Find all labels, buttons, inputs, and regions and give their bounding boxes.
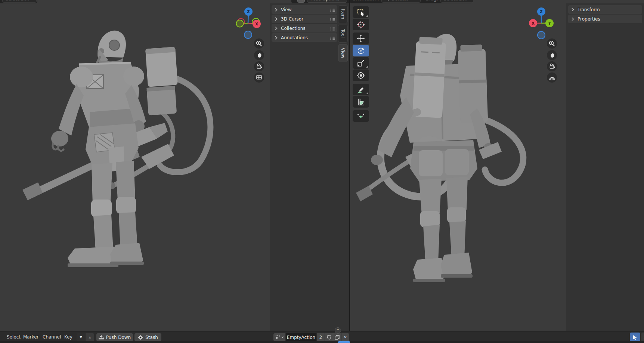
playhead-marker[interactable] [338,341,350,343]
layer-down-button[interactable]: ▼ [77,333,85,341]
menu-select[interactable]: Select [5,333,22,341]
push-down-label: Push Down [106,335,131,340]
zoom-icon [256,40,262,47]
action-users-button[interactable]: 2 [317,333,325,341]
gizmo-y-label: Y [548,21,551,25]
viewport-right-header: Orientation: Default Drag: Select Box [350,0,473,3]
editor-divider[interactable] [349,0,350,331]
transform-tool-button[interactable] [353,69,369,81]
zoom-button[interactable] [254,38,264,49]
perspective-grid-icon [549,75,555,81]
pan-hand-icon [549,52,555,58]
action-users-count: 2 [319,335,322,340]
scale-tool-button[interactable] [353,57,369,69]
camera-view-button[interactable] [254,61,264,71]
subtool-indicator-icon [366,15,368,17]
panel-3d-cursor[interactable]: 3D Cursor [272,15,337,23]
drag-tool-value: Select Box [444,0,467,1]
pan-button[interactable] [254,50,264,60]
panel-properties-label: Properties [578,16,600,22]
measure-tool-button[interactable] [353,96,369,108]
action-icon [275,335,280,340]
panel-transform-label: Transform [578,7,600,12]
triangle-down-icon: ▼ [80,336,82,339]
unlink-action-button[interactable]: ✕ [341,333,349,341]
panel-collections[interactable]: Collections [272,24,337,33]
chevron-right-icon [275,17,278,21]
tab-item[interactable]: Item [338,5,348,23]
sidebar-right [566,3,644,331]
active-tool-dropdown[interactable]: Select Box [2,0,37,3]
chevron-right-icon [275,36,278,40]
cursor-arrow-icon [632,335,638,340]
tab-view[interactable]: View [338,44,348,62]
orientation-value: Default [391,0,408,1]
push-down-icon [99,335,104,340]
panel-annotations[interactable]: Annotations [272,33,337,42]
gizmo-minus-z-axis[interactable] [244,31,252,38]
panel-annotations-label: Annotations [281,35,308,40]
orientation-dropdown[interactable]: Default [381,0,421,3]
scale-icon [357,59,365,67]
gizmo-x-label: X [532,21,535,25]
region-expand-button[interactable]: ^ [335,327,341,334]
annotate-icon [357,86,365,94]
gizmo-z-label: Z [540,10,542,14]
orthographic-grid-icon [256,75,262,81]
drag-grip-icon[interactable] [330,36,335,41]
tab-tool[interactable]: Tool [338,25,348,43]
zoom-icon [549,40,555,47]
drag-grip-icon[interactable] [330,27,335,32]
mirror-x-toggle[interactable]: X [297,0,305,3]
new-action-button[interactable] [333,333,341,341]
curve-pen-icon [357,112,365,120]
menu-channel[interactable]: Channel [41,333,62,341]
select-box-tool-button[interactable] [353,6,369,18]
pose-options-dropdown[interactable]: Pose Options [307,0,347,3]
subtool-indicator-icon [366,92,368,94]
drag-grip-icon[interactable] [330,8,335,13]
gizmo-minus-z-axis[interactable] [538,31,545,39]
viewport-3d-back[interactable]: Orientation: Default Drag: Select Box [350,0,644,331]
panel-view[interactable]: View [272,5,337,14]
chevron-right-icon [571,8,574,12]
layer-up-button[interactable]: ▲ [86,333,94,341]
curve-pen-tool-button[interactable] [353,110,369,122]
drag-grip-icon[interactable] [330,17,335,22]
active-tool-label: Select Box [6,0,29,1]
viewport-3d-front[interactable]: Select Box X Pose Options [0,0,349,331]
rotate-icon [357,47,365,55]
zoom-button[interactable] [547,38,557,49]
select-box-icon [357,8,365,16]
menu-key[interactable]: Key [63,333,74,341]
fake-user-button[interactable] [325,333,333,341]
annotate-tool-button[interactable] [353,84,369,95]
action-name-field[interactable]: EmptyAction [286,333,316,341]
chevron-right-icon [571,17,574,21]
panel-transform[interactable]: Transform [568,5,642,14]
triangle-up-icon: ▲ [89,336,91,339]
cursor-tool-button[interactable] [353,19,369,30]
stash-button[interactable]: Stash [134,333,161,341]
proportional-editing-icon[interactable] [294,0,295,1]
chevron-up-icon: ^ [336,329,339,332]
view-axis-gizmo[interactable]: Z X [235,7,265,41]
action-browse-button[interactable] [273,333,285,341]
close-icon: ✕ [344,335,347,339]
projection-toggle-button[interactable] [547,72,557,83]
drag-tool-dropdown[interactable]: Select Box [440,0,473,3]
gizmo-x-label: X [255,22,258,26]
camera-view-button[interactable] [547,61,557,71]
move-tool-button[interactable] [353,33,369,44]
sidebar-left [270,3,349,331]
pan-button[interactable] [547,50,557,60]
push-down-button[interactable]: Push Down [96,333,133,341]
pose-options-header: X Pose Options [291,0,349,3]
viewport-left-header: Select Box [0,0,52,3]
move-icon [357,34,365,43]
menu-marker[interactable]: Marker [22,333,40,341]
projection-toggle-button[interactable] [254,72,264,83]
rotate-tool-button[interactable] [353,45,369,56]
panel-properties[interactable]: Properties [568,15,642,23]
view-axis-gizmo[interactable]: Z X Y [528,7,558,41]
